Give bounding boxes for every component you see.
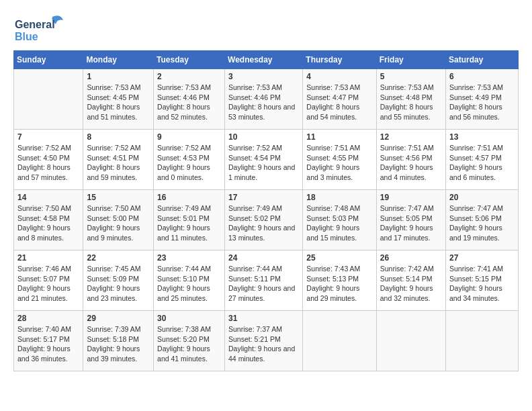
calendar-cell: 23Sunrise: 7:44 AMSunset: 5:10 PMDayligh…	[154, 250, 225, 311]
day-info: Sunrise: 7:51 AMSunset: 4:57 PMDaylight:…	[449, 143, 515, 183]
day-info: Sunrise: 7:43 AMSunset: 5:13 PMDaylight:…	[306, 264, 372, 304]
day-info: Sunrise: 7:53 AMSunset: 4:49 PMDaylight:…	[449, 83, 515, 122]
day-number: 26	[380, 253, 442, 263]
day-info: Sunrise: 7:50 AMSunset: 4:58 PMDaylight:…	[17, 203, 79, 243]
calendar-cell: 6Sunrise: 7:53 AMSunset: 4:49 PMDaylight…	[446, 69, 519, 130]
day-info: Sunrise: 7:49 AMSunset: 5:01 PMDaylight:…	[157, 203, 221, 243]
day-info: Sunrise: 7:51 AMSunset: 4:56 PMDaylight:…	[380, 143, 442, 183]
day-number: 15	[87, 193, 150, 202]
day-number: 18	[306, 193, 372, 202]
weekday-header-wednesday: Wednesday	[225, 51, 303, 69]
calendar-cell: 1Sunrise: 7:53 AMSunset: 4:45 PMDaylight…	[83, 69, 154, 130]
day-number: 3	[228, 72, 299, 81]
day-number: 8	[87, 132, 150, 142]
week-row-2: 7Sunrise: 7:52 AMSunset: 4:50 PMDaylight…	[14, 130, 519, 190]
day-info: Sunrise: 7:52 AMSunset: 4:53 PMDaylight:…	[157, 143, 221, 183]
day-info: Sunrise: 7:53 AMSunset: 4:46 PMDaylight:…	[157, 83, 221, 122]
week-row-4: 21Sunrise: 7:46 AMSunset: 5:07 PMDayligh…	[14, 250, 519, 311]
day-number: 13	[449, 132, 515, 142]
weekday-header-row: SundayMondayTuesdayWednesdayThursdayFrid…	[14, 51, 519, 69]
day-number: 6	[449, 72, 515, 81]
calendar-cell: 16Sunrise: 7:49 AMSunset: 5:01 PMDayligh…	[154, 190, 225, 250]
day-info: Sunrise: 7:45 AMSunset: 5:09 PMDaylight:…	[87, 264, 150, 304]
calendar-cell	[446, 311, 519, 371]
day-info: Sunrise: 7:47 AMSunset: 5:05 PMDaylight:…	[380, 203, 442, 243]
calendar-cell: 10Sunrise: 7:52 AMSunset: 4:54 PMDayligh…	[225, 130, 303, 190]
day-info: Sunrise: 7:53 AMSunset: 4:45 PMDaylight:…	[87, 83, 150, 122]
day-info: Sunrise: 7:46 AMSunset: 5:07 PMDaylight:…	[17, 264, 79, 304]
calendar-cell: 31Sunrise: 7:37 AMSunset: 5:21 PMDayligh…	[225, 311, 303, 371]
weekday-header-monday: Monday	[83, 51, 154, 69]
calendar-cell: 26Sunrise: 7:42 AMSunset: 5:14 PMDayligh…	[376, 250, 445, 311]
day-number: 12	[380, 132, 442, 142]
day-number: 17	[228, 193, 299, 202]
day-number: 29	[87, 314, 150, 323]
weekday-header-tuesday: Tuesday	[154, 51, 225, 69]
day-number: 11	[306, 132, 372, 142]
calendar-cell: 19Sunrise: 7:47 AMSunset: 5:05 PMDayligh…	[376, 190, 445, 250]
day-info: Sunrise: 7:52 AMSunset: 4:50 PMDaylight:…	[17, 143, 79, 183]
day-number: 22	[87, 253, 150, 263]
calendar-cell: 5Sunrise: 7:53 AMSunset: 4:48 PMDaylight…	[376, 69, 445, 130]
day-number: 20	[449, 193, 515, 202]
calendar-cell: 14Sunrise: 7:50 AMSunset: 4:58 PMDayligh…	[14, 190, 83, 250]
day-number: 5	[380, 72, 442, 81]
calendar-cell: 21Sunrise: 7:46 AMSunset: 5:07 PMDayligh…	[14, 250, 83, 311]
day-info: Sunrise: 7:42 AMSunset: 5:14 PMDaylight:…	[380, 264, 442, 304]
day-info: Sunrise: 7:41 AMSunset: 5:15 PMDaylight:…	[449, 264, 515, 304]
day-number: 4	[306, 72, 372, 81]
day-info: Sunrise: 7:40 AMSunset: 5:17 PMDaylight:…	[17, 324, 79, 364]
logo: GeneralBlue	[13, 13, 67, 44]
day-number: 7	[17, 132, 79, 142]
day-info: Sunrise: 7:38 AMSunset: 5:20 PMDaylight:…	[157, 324, 221, 364]
calendar-cell: 3Sunrise: 7:53 AMSunset: 4:46 PMDaylight…	[225, 69, 303, 130]
calendar-cell: 11Sunrise: 7:51 AMSunset: 4:55 PMDayligh…	[303, 130, 376, 190]
day-info: Sunrise: 7:53 AMSunset: 4:48 PMDaylight:…	[380, 83, 442, 122]
calendar-cell: 30Sunrise: 7:38 AMSunset: 5:20 PMDayligh…	[154, 311, 225, 371]
day-info: Sunrise: 7:48 AMSunset: 5:03 PMDaylight:…	[306, 203, 372, 243]
calendar-cell: 12Sunrise: 7:51 AMSunset: 4:56 PMDayligh…	[376, 130, 445, 190]
calendar-cell: 13Sunrise: 7:51 AMSunset: 4:57 PMDayligh…	[446, 130, 519, 190]
day-number: 21	[17, 253, 79, 263]
day-info: Sunrise: 7:44 AMSunset: 5:10 PMDaylight:…	[157, 264, 221, 304]
calendar-cell: 25Sunrise: 7:43 AMSunset: 5:13 PMDayligh…	[303, 250, 376, 311]
day-info: Sunrise: 7:53 AMSunset: 4:47 PMDaylight:…	[306, 83, 372, 122]
day-number: 25	[306, 253, 372, 263]
day-info: Sunrise: 7:39 AMSunset: 5:18 PMDaylight:…	[87, 324, 150, 364]
calendar-cell	[303, 311, 376, 371]
day-info: Sunrise: 7:37 AMSunset: 5:21 PMDaylight:…	[228, 324, 299, 364]
calendar-cell: 27Sunrise: 7:41 AMSunset: 5:15 PMDayligh…	[446, 250, 519, 311]
day-number: 24	[228, 253, 299, 263]
calendar-cell: 18Sunrise: 7:48 AMSunset: 5:03 PMDayligh…	[303, 190, 376, 250]
calendar-cell	[14, 69, 83, 130]
calendar-cell: 7Sunrise: 7:52 AMSunset: 4:50 PMDaylight…	[14, 130, 83, 190]
day-number: 28	[17, 314, 79, 323]
week-row-1: 1Sunrise: 7:53 AMSunset: 4:45 PMDaylight…	[14, 69, 519, 130]
day-info: Sunrise: 7:50 AMSunset: 5:00 PMDaylight:…	[87, 203, 150, 243]
day-number: 14	[17, 193, 79, 202]
day-number: 31	[228, 314, 299, 323]
day-number: 30	[157, 314, 221, 323]
day-info: Sunrise: 7:52 AMSunset: 4:51 PMDaylight:…	[87, 143, 150, 183]
day-number: 2	[157, 72, 221, 81]
day-number: 10	[228, 132, 299, 142]
day-number: 23	[157, 253, 221, 263]
day-info: Sunrise: 7:52 AMSunset: 4:54 PMDaylight:…	[228, 143, 299, 183]
calendar-cell: 22Sunrise: 7:45 AMSunset: 5:09 PMDayligh…	[83, 250, 154, 311]
calendar-cell: 2Sunrise: 7:53 AMSunset: 4:46 PMDaylight…	[154, 69, 225, 130]
day-number: 27	[449, 253, 515, 263]
calendar-table: SundayMondayTuesdayWednesdayThursdayFrid…	[13, 50, 519, 371]
page-header: GeneralBlue	[13, 13, 519, 44]
day-info: Sunrise: 7:53 AMSunset: 4:46 PMDaylight:…	[228, 83, 299, 122]
logo-svg: GeneralBlue	[13, 13, 67, 44]
svg-text:Blue: Blue	[15, 31, 38, 42]
day-info: Sunrise: 7:51 AMSunset: 4:55 PMDaylight:…	[306, 143, 372, 183]
week-row-3: 14Sunrise: 7:50 AMSunset: 4:58 PMDayligh…	[14, 190, 519, 250]
calendar-cell	[376, 311, 445, 371]
day-info: Sunrise: 7:44 AMSunset: 5:11 PMDaylight:…	[228, 264, 299, 304]
calendar-cell: 9Sunrise: 7:52 AMSunset: 4:53 PMDaylight…	[154, 130, 225, 190]
day-info: Sunrise: 7:49 AMSunset: 5:02 PMDaylight:…	[228, 203, 299, 243]
weekday-header-thursday: Thursday	[303, 51, 376, 69]
weekday-header-saturday: Saturday	[446, 51, 519, 69]
calendar-cell: 28Sunrise: 7:40 AMSunset: 5:17 PMDayligh…	[14, 311, 83, 371]
